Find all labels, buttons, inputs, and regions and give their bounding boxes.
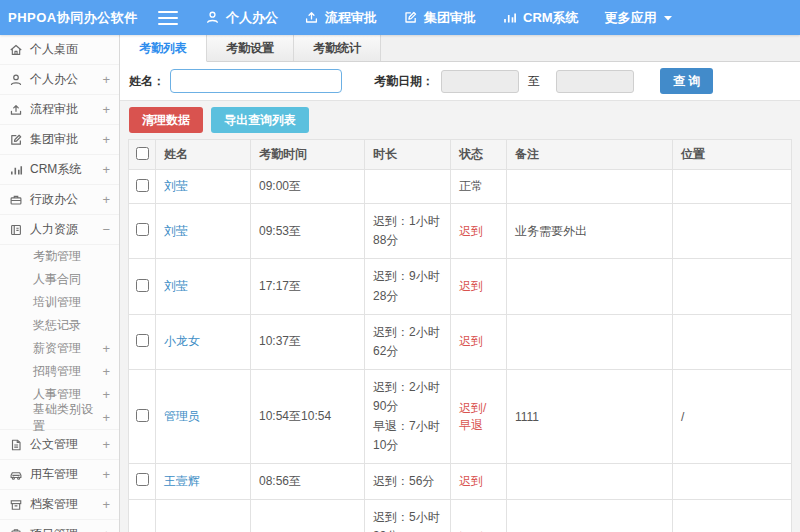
remark-cell: 业务需要外出 [507, 204, 673, 259]
expand-icon[interactable]: + [102, 193, 110, 206]
employee-name-link[interactable]: 王壹辉 [164, 474, 200, 488]
attendance-time-cell: 10:54至10:54 [251, 370, 365, 464]
status-badge: 迟到 [459, 224, 483, 238]
attendance-time-cell: 09:53至 [251, 204, 365, 259]
select-all-checkbox[interactable] [136, 147, 149, 160]
sidebar-item-project-management[interactable]: 项目管理 + [0, 520, 119, 532]
query-button[interactable]: 查 询 [660, 68, 713, 94]
remark-cell [507, 500, 673, 532]
expand-icon[interactable]: + [102, 365, 110, 378]
sidebar-subitem-base-category-setting[interactable]: 基础类别设置 + [0, 406, 119, 429]
sidebar-item-workflow-approval[interactable]: 流程审批 + [0, 95, 119, 125]
date-label: 考勤日期： [374, 73, 434, 90]
edit-icon [403, 10, 418, 25]
row-checkbox[interactable] [136, 473, 149, 486]
row-checkbox[interactable] [136, 334, 149, 347]
employee-name-link[interactable]: 小龙女 [164, 334, 200, 348]
main-content: 考勤列表 考勤设置 考勤统计 姓名： 考勤日期： 至 查 询 清理数据 导出查询… [120, 35, 800, 532]
row-checkbox[interactable] [136, 179, 149, 192]
attendance-time-cell: 17:17至 [251, 259, 365, 314]
location-cell: / [673, 370, 792, 464]
date-from-input[interactable] [441, 70, 519, 93]
book-icon [9, 223, 23, 237]
expand-icon[interactable]: + [102, 73, 110, 86]
sidebar-item-vehicle-management[interactable]: 用车管理 + [0, 460, 119, 490]
name-label: 姓名： [129, 73, 165, 90]
sidebar-item-document-management[interactable]: 公文管理 + [0, 430, 119, 460]
sidebar-item-crm-system[interactable]: CRM系统 + [0, 155, 119, 185]
employee-name-link[interactable]: 刘莹 [164, 224, 188, 238]
nav-item-personal-office[interactable]: 个人办公 [192, 0, 291, 35]
sidebar-subitem-attendance-management[interactable]: 考勤管理 [0, 245, 119, 268]
sidebar-subitem-salary-management[interactable]: 薪资管理 + [0, 337, 119, 360]
sidebar-subitem-recruit-management[interactable]: 招聘管理 + [0, 360, 119, 383]
sidebar-item-personal-office[interactable]: 个人办公 + [0, 65, 119, 95]
employee-name-link[interactable]: 管理员 [164, 409, 200, 423]
sidebar-item-personal-desktop[interactable]: 个人桌面 [0, 35, 119, 65]
expand-icon[interactable]: + [102, 163, 110, 176]
status-badge: 迟到 [459, 334, 483, 348]
clean-data-button[interactable]: 清理数据 [129, 107, 203, 133]
sidebar-subitem-reward-punishment[interactable]: 奖惩记录 [0, 314, 119, 337]
duration-cell: 迟到：1小时88分 [365, 204, 451, 259]
doc-icon [9, 438, 23, 452]
process-icon [9, 103, 23, 117]
sidebar-item-human-resources[interactable]: 人力资源 − [0, 215, 119, 245]
export-list-button[interactable]: 导出查询列表 [211, 107, 309, 133]
date-to-input[interactable] [556, 70, 634, 93]
to-label: 至 [528, 73, 540, 90]
tab-attendance-list[interactable]: 考勤列表 [120, 35, 207, 62]
expand-icon[interactable]: + [102, 468, 110, 481]
remark-cell [507, 259, 673, 314]
table-header-row: 姓名考勤时间时长状态备注位置 [129, 140, 792, 170]
collapse-icon[interactable]: − [102, 223, 110, 236]
status-badge: 迟到/早退 [459, 401, 486, 432]
table-row: 管理员 10:54至10:54 迟到：2小时90分早退：7小时10分 迟到/早退… [129, 370, 792, 464]
table-row: 刘莹 09:00至 正常 [129, 170, 792, 204]
tab-attendance-settings[interactable]: 考勤设置 [207, 35, 294, 61]
status-badge: 正常 [459, 179, 483, 193]
expand-icon[interactable]: + [102, 342, 110, 355]
expand-icon[interactable]: + [102, 388, 110, 401]
sidebar-item-archive-management[interactable]: 档案管理 + [0, 490, 119, 520]
sidebar: 个人桌面 个人办公 + 流程审批 + 集团审批 + CRM系统 + 行政办公 +… [0, 35, 120, 532]
nav-item-crm-system[interactable]: CRM系统 [489, 0, 592, 35]
employee-name-link[interactable]: 刘莹 [164, 279, 188, 293]
expand-icon[interactable]: + [102, 438, 110, 451]
status-badge: 迟到 [459, 279, 483, 293]
expand-icon[interactable]: + [102, 528, 110, 532]
brand-logo: PHPOA协同办公软件 [0, 9, 158, 27]
location-cell [673, 170, 792, 204]
top-nav: 个人办公 流程审批 集团审批 CRM系统 更多应用 [192, 0, 686, 35]
row-checkbox[interactable] [136, 223, 149, 236]
duration-cell [365, 170, 451, 204]
home-icon [9, 43, 23, 57]
sidebar-subitem-training-management[interactable]: 培训管理 [0, 291, 119, 314]
status-badge: 迟到 [459, 474, 483, 488]
expand-icon[interactable]: + [102, 411, 110, 424]
sidebar-item-group-approval[interactable]: 集团审批 + [0, 125, 119, 155]
name-input[interactable] [170, 69, 342, 93]
remark-cell [507, 463, 673, 499]
table-row: 王壹辉 08:56至 迟到：56分 迟到 [129, 463, 792, 499]
chart-icon [502, 10, 517, 25]
nav-item-more-apps[interactable]: 更多应用 [592, 0, 686, 35]
tab-strip: 考勤列表 考勤设置 考勤统计 [120, 35, 800, 62]
caret-down-icon [663, 13, 673, 23]
tab-attendance-stats[interactable]: 考勤统计 [294, 35, 381, 61]
nav-item-group-approval[interactable]: 集团审批 [390, 0, 489, 35]
expand-icon[interactable]: + [102, 103, 110, 116]
location-cell [673, 259, 792, 314]
sidebar-subitem-hr-contract[interactable]: 人事合同 [0, 268, 119, 291]
employee-name-link[interactable]: 刘莹 [164, 179, 188, 193]
expand-icon[interactable]: + [102, 498, 110, 511]
sidebar-item-admin-office[interactable]: 行政办公 + [0, 185, 119, 215]
table-row: 黄蓉 13:20至13:20 迟到：5小时33分早退：4小时67分 迟到/早退 … [129, 500, 792, 532]
location-cell: / [673, 500, 792, 532]
expand-icon[interactable]: + [102, 133, 110, 146]
row-checkbox[interactable] [136, 409, 149, 422]
nav-item-workflow-approval[interactable]: 流程审批 [291, 0, 390, 35]
table-row: 刘莹 09:53至 迟到：1小时88分 迟到 业务需要外出 [129, 204, 792, 259]
menu-icon[interactable] [158, 11, 178, 25]
row-checkbox[interactable] [136, 279, 149, 292]
